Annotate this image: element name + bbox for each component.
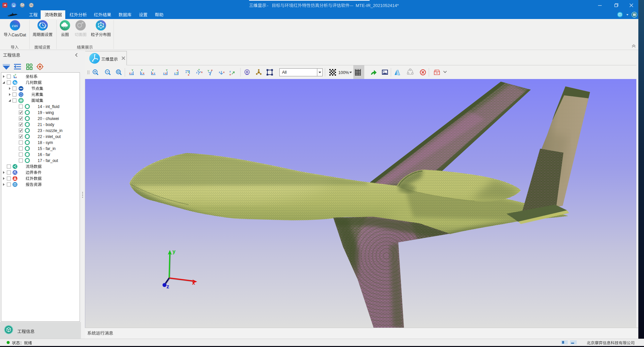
svg-text:x: x <box>188 73 189 76</box>
svg-text:Y: Y <box>152 69 154 72</box>
svg-text:z: z <box>14 76 15 78</box>
svg-text:Y: Y <box>141 69 143 72</box>
svg-text:z: z <box>229 70 231 73</box>
svg-text:z: z <box>219 71 220 74</box>
svg-text:Y: Y <box>207 69 209 72</box>
svg-text:100%: 100% <box>338 70 349 75</box>
svg-text:15 - far_in: 15 - far_in <box>38 146 56 151</box>
svg-text:23 - nozzle_in: 23 - nozzle_in <box>38 128 63 133</box>
svg-text:y: y <box>172 249 175 254</box>
svg-text:z: z <box>163 72 164 75</box>
svg-text:x: x <box>211 69 213 72</box>
svg-text:x: x <box>177 69 178 72</box>
svg-text:z: z <box>141 72 142 75</box>
svg-text:Y: Y <box>198 68 200 71</box>
svg-text:22 - inlet_out: 22 - inlet_out <box>38 134 61 139</box>
svg-text:Y: Y <box>166 69 168 72</box>
svg-text:x: x <box>192 280 195 286</box>
svg-text:z: z <box>185 71 187 74</box>
svg-text:14 - int_fluid: 14 - int_fluid <box>38 104 59 109</box>
svg-text:x: x <box>143 72 145 75</box>
svg-text:cas: cas <box>12 23 18 28</box>
svg-text:21 - body: 21 - body <box>38 122 54 127</box>
svg-text:20 - chuiwei: 20 - chuiwei <box>38 116 59 121</box>
svg-text:x: x <box>201 71 203 74</box>
svg-text:x: x <box>129 72 131 75</box>
svg-text:z: z <box>166 284 169 289</box>
svg-text:z: z <box>196 71 197 74</box>
svg-text:x: x <box>229 73 231 76</box>
svg-text:19 - wing: 19 - wing <box>38 110 54 115</box>
svg-text:Y: Y <box>176 72 178 75</box>
svg-text:z: z <box>209 73 211 76</box>
svg-text:z: z <box>174 72 175 75</box>
svg-text:x: x <box>16 76 17 78</box>
svg-text:x: x <box>223 71 225 74</box>
svg-text:16 - far: 16 - far <box>38 152 50 157</box>
svg-text:Y: Y <box>15 74 16 76</box>
svg-text:z: z <box>154 72 155 75</box>
svg-text:Y: Y <box>132 69 134 72</box>
svg-text:x: x <box>165 72 167 75</box>
svg-text:18 - sym: 18 - sym <box>38 140 53 145</box>
svg-text:x: x <box>152 72 154 75</box>
svg-text:All: All <box>282 70 287 75</box>
svg-text:z: z <box>131 72 133 75</box>
svg-text:17 - far_out: 17 - far_out <box>38 158 58 163</box>
